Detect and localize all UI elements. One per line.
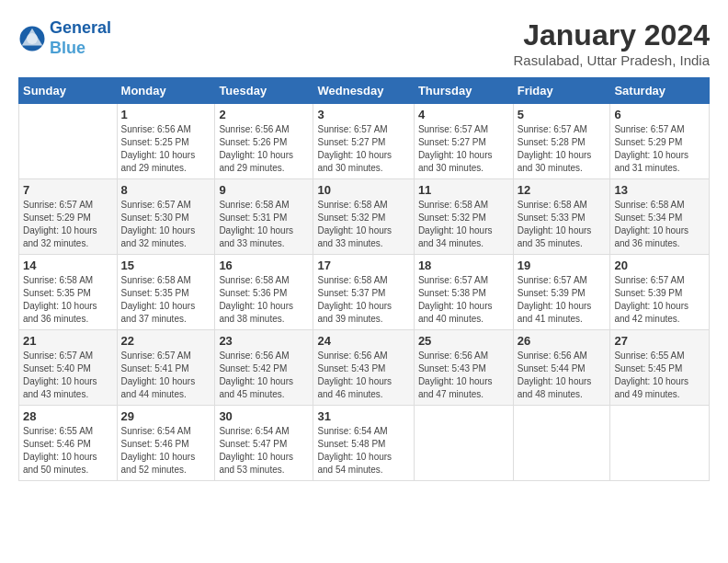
month-title: January 2024 [514,18,710,52]
day-info: Sunrise: 6:56 AM Sunset: 5:43 PM Dayligh… [418,350,509,401]
calendar-cell: 1Sunrise: 6:56 AM Sunset: 5:25 PM Daylig… [117,104,215,179]
day-info: Sunrise: 6:55 AM Sunset: 5:46 PM Dayligh… [23,425,113,477]
day-number: 15 [121,259,211,272]
day-number: 6 [614,108,705,121]
calendar-cell: 25Sunrise: 6:56 AM Sunset: 5:43 PM Dayli… [414,330,513,406]
day-info: Sunrise: 6:56 AM Sunset: 5:44 PM Dayligh… [518,350,607,401]
logo: General Blue [18,18,111,58]
day-info: Sunrise: 6:58 AM Sunset: 5:34 PM Dayligh… [614,199,705,250]
day-number: 13 [614,183,705,197]
day-number: 20 [614,259,705,272]
day-number: 5 [518,108,607,121]
calendar-cell: 4Sunrise: 6:57 AM Sunset: 5:27 PM Daylig… [414,104,513,179]
calendar-cell: 12Sunrise: 6:58 AM Sunset: 5:33 PM Dayli… [513,179,610,255]
day-info: Sunrise: 6:58 AM Sunset: 5:32 PM Dayligh… [317,199,409,250]
calendar-cell: 14Sunrise: 6:58 AM Sunset: 5:35 PM Dayli… [19,255,118,330]
calendar-cell: 3Sunrise: 6:57 AM Sunset: 5:27 PM Daylig… [313,104,414,179]
day-number: 9 [219,183,309,197]
day-number: 4 [418,108,509,121]
calendar-cell: 30Sunrise: 6:54 AM Sunset: 5:47 PM Dayli… [215,406,313,481]
calendar-cell: 5Sunrise: 6:57 AM Sunset: 5:28 PM Daylig… [513,104,610,179]
day-number: 8 [121,183,211,197]
calendar-cell: 19Sunrise: 6:57 AM Sunset: 5:39 PM Dayli… [513,255,610,330]
calendar-week-row: 1Sunrise: 6:56 AM Sunset: 5:25 PM Daylig… [19,104,710,179]
calendar-cell [610,406,710,481]
day-info: Sunrise: 6:56 AM Sunset: 5:25 PM Dayligh… [121,123,211,175]
header-day-monday: Monday [117,78,215,104]
day-info: Sunrise: 6:58 AM Sunset: 5:35 PM Dayligh… [23,274,113,326]
svg-point-2 [27,33,38,44]
day-number: 31 [317,409,409,423]
logo-text: General Blue [50,18,111,58]
day-info: Sunrise: 6:57 AM Sunset: 5:39 PM Dayligh… [614,274,705,326]
header-day-thursday: Thursday [414,78,513,104]
day-info: Sunrise: 6:55 AM Sunset: 5:45 PM Dayligh… [614,350,705,401]
day-number: 29 [121,409,211,423]
header-day-saturday: Saturday [610,78,710,104]
day-info: Sunrise: 6:57 AM Sunset: 5:40 PM Dayligh… [23,350,113,401]
day-info: Sunrise: 6:58 AM Sunset: 5:37 PM Dayligh… [317,274,409,326]
day-number: 16 [219,259,309,272]
day-number: 23 [219,334,309,348]
day-info: Sunrise: 6:57 AM Sunset: 5:41 PM Dayligh… [121,350,211,401]
day-number: 1 [121,108,211,121]
calendar-cell [414,406,513,481]
calendar-cell: 15Sunrise: 6:58 AM Sunset: 5:35 PM Dayli… [117,255,215,330]
header-day-tuesday: Tuesday [215,78,313,104]
day-number: 3 [317,108,409,121]
day-number: 26 [518,334,607,348]
calendar-body: 1Sunrise: 6:56 AM Sunset: 5:25 PM Daylig… [19,104,710,481]
calendar-cell [513,406,610,481]
day-number: 25 [418,334,509,348]
day-number: 10 [317,183,409,197]
calendar-header: SundayMondayTuesdayWednesdayThursdayFrid… [19,78,710,104]
calendar-cell: 28Sunrise: 6:55 AM Sunset: 5:46 PM Dayli… [19,406,118,481]
day-info: Sunrise: 6:58 AM Sunset: 5:31 PM Dayligh… [219,199,309,250]
title-block: January 2024 Rasulabad, Uttar Pradesh, I… [514,18,710,68]
calendar-cell: 24Sunrise: 6:56 AM Sunset: 5:43 PM Dayli… [313,330,414,406]
day-number: 28 [23,409,113,423]
calendar-cell: 11Sunrise: 6:58 AM Sunset: 5:32 PM Dayli… [414,179,513,255]
day-info: Sunrise: 6:56 AM Sunset: 5:26 PM Dayligh… [219,123,309,175]
header-row: SundayMondayTuesdayWednesdayThursdayFrid… [19,78,710,104]
day-info: Sunrise: 6:54 AM Sunset: 5:48 PM Dayligh… [317,425,409,477]
day-number: 19 [518,259,607,272]
day-info: Sunrise: 6:56 AM Sunset: 5:43 PM Dayligh… [317,350,409,401]
day-number: 22 [121,334,211,348]
day-number: 24 [317,334,409,348]
calendar-cell: 23Sunrise: 6:56 AM Sunset: 5:42 PM Dayli… [215,330,313,406]
day-info: Sunrise: 6:56 AM Sunset: 5:42 PM Dayligh… [219,350,309,401]
logo-name1: General [50,18,111,37]
day-info: Sunrise: 6:57 AM Sunset: 5:27 PM Dayligh… [317,123,409,175]
calendar-cell: 26Sunrise: 6:56 AM Sunset: 5:44 PM Dayli… [513,330,610,406]
day-info: Sunrise: 6:57 AM Sunset: 5:29 PM Dayligh… [614,123,705,175]
calendar-cell: 9Sunrise: 6:58 AM Sunset: 5:31 PM Daylig… [215,179,313,255]
calendar-cell: 29Sunrise: 6:54 AM Sunset: 5:46 PM Dayli… [117,406,215,481]
day-info: Sunrise: 6:57 AM Sunset: 5:38 PM Dayligh… [418,274,509,326]
calendar-cell: 18Sunrise: 6:57 AM Sunset: 5:38 PM Dayli… [414,255,513,330]
day-number: 30 [219,409,309,423]
day-info: Sunrise: 6:57 AM Sunset: 5:28 PM Dayligh… [518,123,607,175]
day-info: Sunrise: 6:57 AM Sunset: 5:29 PM Dayligh… [23,199,113,250]
location-subtitle: Rasulabad, Uttar Pradesh, India [514,52,710,68]
day-number: 7 [23,183,113,197]
calendar-cell: 27Sunrise: 6:55 AM Sunset: 5:45 PM Dayli… [610,330,710,406]
calendar-cell: 20Sunrise: 6:57 AM Sunset: 5:39 PM Dayli… [610,255,710,330]
header-day-sunday: Sunday [19,78,118,104]
day-info: Sunrise: 6:58 AM Sunset: 5:33 PM Dayligh… [518,199,607,250]
day-info: Sunrise: 6:58 AM Sunset: 5:35 PM Dayligh… [121,274,211,326]
day-number: 11 [418,183,509,197]
calendar-cell: 13Sunrise: 6:58 AM Sunset: 5:34 PM Dayli… [610,179,710,255]
calendar-cell [19,104,118,179]
day-number: 27 [614,334,705,348]
calendar-cell: 17Sunrise: 6:58 AM Sunset: 5:37 PM Dayli… [313,255,414,330]
day-number: 21 [23,334,113,348]
calendar-table: SundayMondayTuesdayWednesdayThursdayFrid… [18,77,710,481]
day-number: 2 [219,108,309,121]
calendar-cell: 16Sunrise: 6:58 AM Sunset: 5:36 PM Dayli… [215,255,313,330]
day-info: Sunrise: 6:57 AM Sunset: 5:39 PM Dayligh… [518,274,607,326]
day-info: Sunrise: 6:57 AM Sunset: 5:27 PM Dayligh… [418,123,509,175]
calendar-week-row: 21Sunrise: 6:57 AM Sunset: 5:40 PM Dayli… [19,330,710,406]
calendar-week-row: 7Sunrise: 6:57 AM Sunset: 5:29 PM Daylig… [19,179,710,255]
day-info: Sunrise: 6:54 AM Sunset: 5:46 PM Dayligh… [121,425,211,477]
